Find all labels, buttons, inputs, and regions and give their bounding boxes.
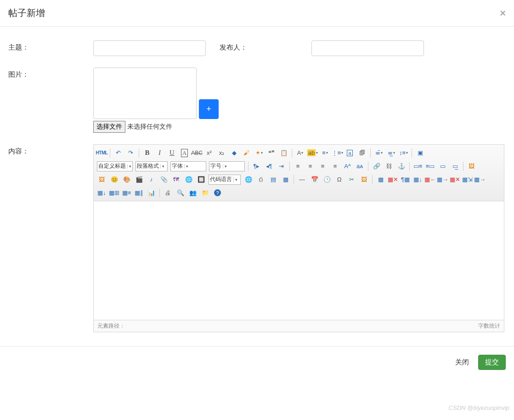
blockquote-icon[interactable]: ❝❞ bbox=[266, 148, 277, 158]
charts-icon[interactable]: 📊 bbox=[146, 187, 157, 198]
img-right-icon[interactable]: ≡▭ bbox=[425, 161, 435, 171]
map-icon[interactable]: 🗺 bbox=[171, 174, 181, 185]
code-language-combo[interactable]: 代码语言▾ bbox=[209, 175, 241, 185]
align-left-icon[interactable]: ≡ bbox=[293, 161, 303, 171]
fullscreen-icon[interactable]: ▣ bbox=[415, 148, 425, 158]
delete-table-icon[interactable]: ▦✕ bbox=[388, 174, 398, 185]
unordered-list-icon[interactable]: ⋮≡▾ bbox=[332, 148, 343, 158]
drafts-icon[interactable]: 📁 bbox=[200, 187, 210, 198]
copy-icon[interactable]: 🗐 bbox=[357, 148, 367, 158]
superscript-button[interactable]: x² bbox=[204, 148, 215, 158]
split-cols-icon[interactable]: ▦∥ bbox=[134, 187, 144, 198]
backcolor-button[interactable]: ab▾ bbox=[307, 148, 318, 158]
redo-icon[interactable]: ↷ bbox=[125, 148, 136, 158]
insert-para-before-table-icon[interactable]: ¶▦ bbox=[400, 174, 411, 185]
print-icon[interactable]: 🖨 bbox=[163, 187, 173, 198]
font-family-combo[interactable]: 字体▾ bbox=[170, 161, 206, 171]
direction-ltr-icon[interactable]: ¶▸ bbox=[251, 161, 262, 171]
direction-rtl-icon[interactable]: ◂¶ bbox=[264, 161, 274, 171]
insert-image-icon[interactable]: 🖼 bbox=[466, 161, 477, 171]
webapp-icon[interactable]: 🌐 bbox=[243, 174, 254, 185]
separator bbox=[292, 148, 292, 158]
paragraph-format-combo[interactable]: 段落格式▾ bbox=[136, 161, 168, 171]
eraser-icon[interactable]: ◆ bbox=[229, 148, 239, 158]
align-justify-icon[interactable]: ≡ bbox=[330, 161, 340, 171]
music-icon[interactable]: ♪ bbox=[146, 174, 157, 185]
format-brush-icon[interactable]: 🖌 bbox=[241, 148, 252, 158]
undo-icon[interactable]: ↶ bbox=[113, 148, 124, 158]
font-size-combo[interactable]: 字号▾ bbox=[209, 161, 245, 171]
frame-icon[interactable]: 🔲 bbox=[196, 174, 206, 185]
ordered-list-icon[interactable]: ≡▾ bbox=[320, 148, 330, 158]
preview-icon[interactable]: 🔍 bbox=[175, 187, 186, 198]
unlink-icon[interactable]: ⛓ bbox=[384, 161, 394, 171]
horizontal-rule-icon[interactable]: — bbox=[297, 174, 307, 185]
close-icon[interactable]: × bbox=[500, 7, 506, 19]
img-left-icon[interactable]: ▭≡ bbox=[412, 161, 423, 171]
merge-down-icon[interactable]: ▦↓ bbox=[96, 187, 107, 198]
merge-cells-icon[interactable]: ▦⇲ bbox=[462, 174, 473, 185]
to-upper-icon[interactable]: Aᴬ bbox=[342, 161, 353, 171]
align-right-icon[interactable]: ≡ bbox=[317, 161, 328, 171]
special-char-icon[interactable]: Ω bbox=[334, 174, 345, 185]
date-icon[interactable]: 📅 bbox=[309, 174, 320, 185]
add-image-button[interactable]: + bbox=[199, 99, 219, 119]
row-spacing-bottom-icon[interactable]: ≡̲▾ bbox=[386, 148, 396, 158]
wordimage-icon[interactable]: 🖼 bbox=[359, 174, 369, 185]
editor-content-area[interactable] bbox=[94, 201, 504, 320]
template-icon[interactable]: ▤ bbox=[268, 174, 278, 185]
merge-right-icon[interactable]: ▦→ bbox=[474, 174, 485, 185]
delete-col-icon[interactable]: ▦✕ bbox=[450, 174, 460, 185]
single-image-icon[interactable]: 🖼 bbox=[96, 174, 107, 185]
insert-row-icon[interactable]: ▦↓ bbox=[412, 174, 423, 185]
split-rows-icon[interactable]: ▦≡ bbox=[121, 187, 132, 198]
search-replace-icon[interactable]: 👥 bbox=[187, 187, 198, 198]
attachment-icon[interactable]: 📎 bbox=[158, 174, 169, 185]
anchor-icon[interactable]: ⚓ bbox=[396, 161, 407, 171]
custom-title-combo[interactable]: 自定义标题▾ bbox=[97, 161, 133, 171]
img-center-icon[interactable]: ▭ bbox=[437, 161, 448, 171]
choose-file-button[interactable]: 选择文件 bbox=[93, 121, 125, 133]
table-icon[interactable]: ▦ bbox=[375, 174, 386, 185]
paste-plain-icon[interactable]: 📋 bbox=[278, 148, 289, 158]
selectall-icon[interactable]: a bbox=[345, 148, 355, 158]
time-icon[interactable]: 🕒 bbox=[322, 174, 332, 185]
pagebreak-icon[interactable]: ⎙ bbox=[255, 174, 266, 185]
img-none-icon[interactable]: ▭̲ bbox=[450, 161, 460, 171]
gmap-icon[interactable]: 🌐 bbox=[183, 174, 194, 185]
underline-button[interactable]: U bbox=[167, 148, 177, 158]
fontborder-button[interactable]: A bbox=[179, 148, 190, 158]
align-center-icon[interactable]: ≡ bbox=[305, 161, 316, 171]
split-cells-icon[interactable]: ▦⊞ bbox=[109, 187, 119, 198]
help-icon[interactable]: ? bbox=[212, 187, 223, 198]
cancel-button[interactable]: 关闭 bbox=[455, 358, 469, 367]
separator bbox=[139, 148, 139, 158]
insert-col-icon[interactable]: ▦→ bbox=[437, 174, 448, 185]
source-html-button[interactable]: HTML bbox=[96, 148, 107, 158]
bold-button[interactable]: B bbox=[142, 148, 153, 158]
row-spacing-top-icon[interactable]: ≡̄▾ bbox=[373, 148, 384, 158]
autotypeset-icon[interactable]: ✦▾ bbox=[254, 148, 264, 158]
word-count-label[interactable]: 字数统计 bbox=[478, 322, 500, 330]
indent-icon[interactable]: ⇥ bbox=[276, 161, 287, 171]
background-icon[interactable]: ▦ bbox=[280, 174, 291, 185]
forecolor-button[interactable]: A▾ bbox=[295, 148, 305, 158]
video-icon[interactable]: 🎬 bbox=[134, 174, 144, 185]
editor-toolbar: HTML ↶ ↷ B I U A ABC x² x₂ ◆ 🖌 bbox=[94, 145, 504, 201]
italic-button[interactable]: I bbox=[154, 148, 165, 158]
emoji-icon[interactable]: 😊 bbox=[109, 174, 119, 185]
subject-input[interactable] bbox=[93, 40, 206, 56]
image-preview bbox=[93, 68, 197, 119]
delete-row-icon[interactable]: ▦← bbox=[425, 174, 435, 185]
submit-button[interactable]: 提交 bbox=[478, 355, 506, 370]
scrawl-icon[interactable]: 🎨 bbox=[121, 174, 132, 185]
snapscreen-icon[interactable]: ✂ bbox=[346, 174, 357, 185]
link-icon[interactable]: 🔗 bbox=[371, 161, 382, 171]
to-lower-icon[interactable]: aᴀ bbox=[355, 161, 365, 171]
separator bbox=[294, 175, 294, 184]
separator bbox=[412, 148, 412, 158]
publisher-input[interactable] bbox=[311, 40, 424, 56]
line-height-icon[interactable]: ↕≡▾ bbox=[398, 148, 409, 158]
strikethrough-button[interactable]: ABC bbox=[192, 148, 202, 158]
subscript-button[interactable]: x₂ bbox=[216, 148, 227, 158]
